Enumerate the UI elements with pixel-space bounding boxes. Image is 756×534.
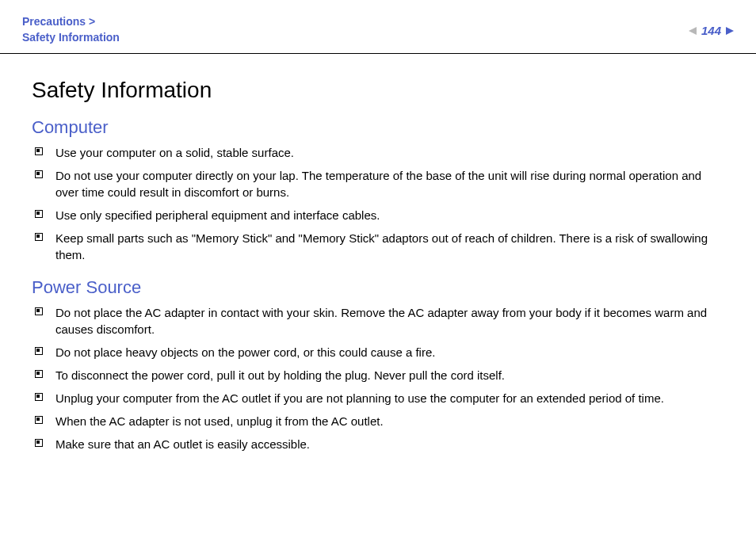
list-item-text: Use only specified peripheral equipment … [55,208,380,222]
bullet-icon [35,393,43,401]
list-item: Do not place heavy objects on the power … [32,344,724,360]
list-item-text: When the AC adapter is not used, unplug … [55,414,384,428]
list-item: When the AC adapter is not used, unplug … [32,413,724,429]
bullet-icon [35,233,43,241]
page-header: Precautions > Safety Information 144 [0,0,756,54]
bullet-icon [35,370,43,378]
list-item-text: Do not place heavy objects on the power … [55,345,435,359]
list-item: Do not place the AC adapter in contact w… [32,304,724,338]
list-item: Use your computer on a solid, stable sur… [32,144,724,161]
bullet-icon [35,307,43,315]
list-item: Use only specified peripheral equipment … [32,207,724,223]
list-item: To disconnect the power cord, pull it ou… [32,367,724,383]
list-item-text: Make sure that an AC outlet is easily ac… [55,437,310,451]
list-item-text: Do not place the AC adapter in contact w… [55,306,707,336]
computer-list: Use your computer on a solid, stable sur… [32,144,724,263]
bullet-icon [35,416,43,424]
list-item: Unplug your computer from the AC outlet … [32,390,724,406]
list-item-text: Do not use your computer directly on you… [55,169,701,199]
list-item: Make sure that an AC outlet is easily ac… [32,436,724,452]
section-heading-computer: Computer [32,117,724,138]
list-item-text: Use your computer on a solid, stable sur… [55,146,294,159]
list-item: Keep small parts such as "Memory Stick" … [32,230,724,263]
page-title: Safety Information [32,78,724,103]
bullet-icon [35,439,43,447]
section-heading-power-source: Power Source [32,277,724,298]
next-page-icon[interactable] [726,27,734,35]
list-item-text: To disconnect the power cord, pull it ou… [55,368,505,382]
bullet-icon [35,170,43,178]
bullet-icon [35,147,43,155]
bullet-icon [35,210,43,218]
prev-page-icon[interactable] [689,27,697,35]
page-number: 144 [701,24,721,37]
page-content: Safety Information Computer Use your com… [0,54,756,452]
list-item-text: Unplug your computer from the AC outlet … [55,391,664,405]
breadcrumb[interactable]: Precautions > Safety Information [22,14,120,45]
breadcrumb-line-2: Safety Information [22,31,120,44]
page-navigation: 144 [689,14,734,37]
breadcrumb-line-1: Precautions > [22,15,95,28]
power-source-list: Do not place the AC adapter in contact w… [32,304,724,452]
list-item: Do not use your computer directly on you… [32,167,724,200]
bullet-icon [35,347,43,355]
list-item-text: Keep small parts such as "Memory Stick" … [55,231,708,261]
